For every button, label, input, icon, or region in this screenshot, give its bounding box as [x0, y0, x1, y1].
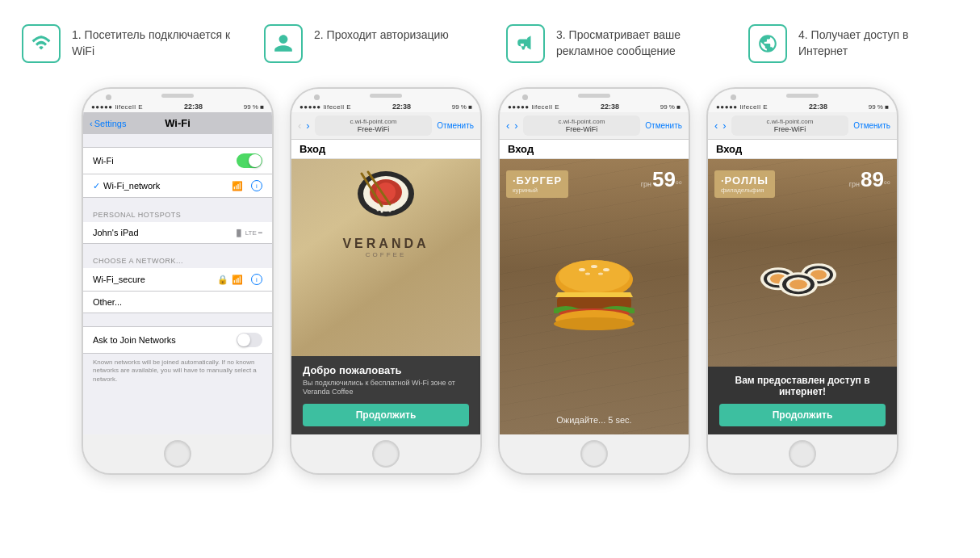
status-right-4: 99 % ■ [869, 103, 889, 111]
speaker-4 [786, 94, 819, 98]
person-icon [273, 33, 294, 54]
back-btn-2[interactable]: ‹ [298, 120, 301, 132]
step-1: 1. Посетитель подключается к WiFi [22, 24, 232, 63]
info-icon[interactable]: i [251, 180, 262, 191]
status-left-4: ●●●●● lifecell E [716, 103, 768, 111]
step-4-text: 4. Получает доступ в Интернет [798, 24, 958, 59]
product-name-4: ·РОЛЛЫ [721, 174, 769, 187]
front-camera [106, 94, 111, 100]
browser-2: ‹ › c.wi-fi-point.com Free-WiFi Отменить… [291, 112, 480, 434]
browser-nav-2: Вход [291, 140, 480, 159]
settings-title: Wi-Fi [165, 117, 191, 129]
phone-1: ●●●●● lifecell E 22:38 99 % ■ ‹ Settings… [82, 87, 274, 475]
checkmark-icon: ✓ [93, 181, 100, 191]
ask-toggle[interactable] [237, 333, 262, 347]
rolls-ad-area: ·РОЛЛЫ филадельфия грн 89 ⁰⁰ [708, 159, 897, 367]
wifi-secure-cell[interactable]: Wi-Fi_secure 🔒 📶 i [83, 268, 272, 292]
svg-point-20 [554, 317, 634, 330]
ask-label: Ask to Join Networks [93, 335, 176, 345]
phone-3-bottom [500, 434, 689, 473]
svg-point-15 [585, 272, 590, 275]
home-button-1[interactable] [164, 440, 191, 468]
back-btn-3[interactable]: ‹ [506, 120, 509, 132]
hotspots-section: PERSONAL HOTSPOTS John's iPad ▐▌ LTE ━ [83, 211, 272, 244]
speaker-2 [370, 94, 402, 98]
veranda-welcome-title: Добро пожаловать [303, 364, 469, 376]
home-button-3[interactable] [580, 440, 608, 468]
wifi-toggle[interactable] [237, 153, 262, 168]
rolls-image [746, 226, 859, 310]
url-line2-2: Free-WiFi [358, 125, 390, 133]
cancel-btn-4[interactable]: Отменить [853, 121, 890, 130]
ask-toggle-cell[interactable]: Ask to Join Networks [83, 326, 272, 354]
phone-3-topbar [500, 89, 689, 101]
browser-4: ‹ › c.wi-fi-point.com Free-WiFi Отменить… [708, 112, 897, 434]
price-cents-3: ⁰⁰ [676, 180, 682, 188]
url-bar-4[interactable]: c.wi-fi-point.com Free-WiFi [731, 115, 849, 136]
steps-row: 1. Посетитель подключается к WiFi 2. Про… [16, 24, 964, 63]
back-btn-4[interactable]: ‹ [714, 120, 718, 132]
forward-btn-4[interactable]: › [722, 120, 726, 132]
veranda-ad: VERANDA COFFEE [291, 159, 480, 356]
megaphone-icon-box [506, 24, 545, 63]
ask-description: Known networks will be joined automatica… [83, 354, 272, 388]
ask-section: Ask to Join Networks Known networks will… [83, 326, 272, 388]
status-bar-4: ●●●●● lifecell E 22:38 99 % ■ [708, 101, 897, 112]
browser-3: ‹ › c.wi-fi-point.com Free-WiFi Отменить… [500, 112, 689, 434]
wifi-network-cell[interactable]: ✓ Wi-Fi_network 📶 i [83, 174, 272, 198]
veranda-bottom: Добро пожаловать Вы подключились к беспл… [291, 356, 480, 434]
status-bar-2: ●●●●● lifecell E 22:38 99 % ■ [291, 101, 480, 112]
lte-icon: ▐▌ LTE ━ [234, 229, 262, 237]
home-button-4[interactable] [789, 440, 816, 468]
veranda-content: VERANDA COFFEE Добро пожаловать Вы подкл… [291, 159, 480, 434]
browser-toolbar-2: ‹ › c.wi-fi-point.com Free-WiFi Отменить [291, 112, 480, 140]
status-right-3: 99 % ■ [660, 103, 681, 111]
status-bar-3: ●●●●● lifecell E 22:38 99 % ■ [500, 101, 689, 112]
price-currency-4: грн [849, 180, 860, 188]
globe-icon [757, 33, 778, 54]
continue-button-2[interactable]: Продолжить [303, 404, 469, 426]
svg-point-16 [598, 272, 603, 275]
hotspot-cell[interactable]: John's iPad ▐▌ LTE ━ [83, 222, 272, 244]
step-3-text: 3. Просматривает ваше рекламное сообщени… [556, 24, 716, 59]
status-left-3: ●●●●● lifecell E [508, 103, 559, 111]
veranda-logo: VERANDA COFFEE [342, 237, 429, 258]
hotspots-header: PERSONAL HOTSPOTS [83, 211, 272, 222]
nav-title-4: Вход [716, 143, 742, 155]
phones-row: ●●●●● lifecell E 22:38 99 % ■ ‹ Settings… [16, 87, 964, 475]
forward-btn-2[interactable]: › [306, 120, 309, 132]
phone-4: ●●●●● lifecell E 22:38 99 % ■ ‹ › c.wi-f… [706, 87, 898, 475]
url-line1-2: c.wi-fi-point.com [350, 118, 397, 125]
waiting-text: Ожидайте... 5 sec. [500, 412, 689, 426]
home-button-2[interactable] [372, 440, 400, 468]
speaker-3 [578, 94, 610, 98]
cancel-btn-2[interactable]: Отменить [437, 121, 474, 130]
other-label: Other... [93, 297, 122, 307]
browser-nav-3: Вход [500, 140, 689, 159]
nav-title-2: Вход [299, 143, 325, 155]
status-right-1: 99 % ■ [244, 103, 264, 111]
forward-btn-3[interactable]: › [514, 120, 517, 132]
svg-point-32 [789, 279, 807, 289]
info-icon-2[interactable]: i [251, 274, 262, 285]
other-cell[interactable]: Other... [83, 292, 272, 313]
status-time-2: 22:38 [392, 103, 411, 111]
person-icon-box [264, 24, 303, 63]
price-amount-3: 59 [652, 167, 676, 192]
svg-point-14 [603, 268, 609, 271]
url-bar-2[interactable]: c.wi-fi-point.com Free-WiFi [315, 115, 433, 136]
status-time-3: 22:38 [601, 103, 619, 111]
continue-button-4[interactable]: Продолжить [719, 404, 886, 426]
front-camera-2 [314, 94, 320, 100]
step-3: 3. Просматривает ваше рекламное сообщени… [506, 24, 716, 63]
price-3: грн 59 ⁰⁰ [641, 167, 682, 192]
cancel-btn-3[interactable]: Отменить [645, 121, 682, 130]
step-2: 2. Проходит авторизацию [264, 24, 474, 63]
choose-network-header: CHOOSE A NETWORK... [83, 257, 272, 268]
wifi-network-name: Wi-Fi_network [103, 181, 160, 191]
url-bar-3[interactable]: c.wi-fi-point.com Free-WiFi [523, 115, 641, 136]
wifi-toggle-cell[interactable]: Wi-Fi [83, 147, 272, 174]
wifi-label: Wi-Fi [93, 156, 114, 166]
price-4: грн 89 ⁰⁰ [849, 167, 890, 192]
settings-back[interactable]: ‹ Settings [90, 119, 126, 128]
